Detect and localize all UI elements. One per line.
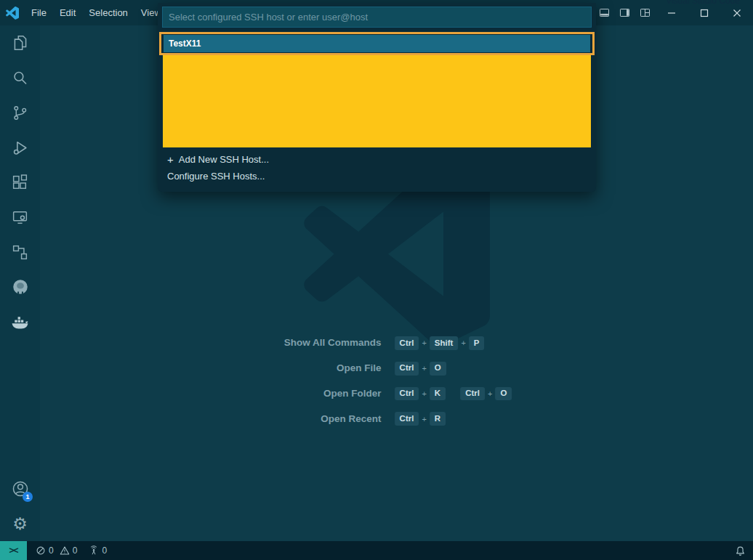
kbd-key: K <box>430 387 446 401</box>
quickpick-item-testx11[interactable]: TestX11 <box>164 35 590 52</box>
remote-glyph: >< <box>9 545 17 556</box>
menu-bar: File Edit Selection View <box>25 0 168 25</box>
kbd-key: Ctrl <box>395 387 419 401</box>
annotation-highlight-box: TestX11 <box>159 32 595 55</box>
port-count: 0 <box>102 545 107 556</box>
accounts-badge: 1 <box>23 492 33 502</box>
error-icon <box>36 545 46 556</box>
docker-icon[interactable] <box>0 304 40 339</box>
shortcut-row-open-file: Open File Ctrl + O <box>280 362 514 376</box>
activity-bar: 1 ⚙ <box>0 25 40 541</box>
shortcut-label: Open File <box>280 362 382 375</box>
kbd-key: Ctrl <box>395 412 419 426</box>
gear-glyph: ⚙ <box>12 516 28 532</box>
ports-indicator[interactable]: 0 <box>89 545 110 556</box>
quickpick-item-label: Add New SSH Host... <box>179 154 269 165</box>
warning-count: 0 <box>73 545 78 556</box>
activity-bar-bottom: 1 ⚙ <box>0 471 40 541</box>
quickpick-input[interactable] <box>162 7 592 28</box>
key-separator: + <box>422 415 426 423</box>
quickpick-item-label: Configure SSH Hosts... <box>167 171 265 182</box>
remote-indicator[interactable]: >< <box>0 541 27 560</box>
plus-icon: + <box>167 153 174 166</box>
kbd-key: O <box>430 362 446 376</box>
key-separator: + <box>461 338 465 347</box>
key-separator: + <box>488 389 492 398</box>
shortcut-keys: Ctrl + K Ctrl + O <box>393 387 514 401</box>
toggle-panel-icon[interactable] <box>594 0 614 25</box>
extensions-icon[interactable] <box>0 165 40 200</box>
quickpick-item-add-new-ssh-host[interactable]: + Add New SSH Host... <box>162 151 592 168</box>
quickpick-list: TestX11 + Add New SSH Host... Configure … <box>162 32 592 184</box>
settings-gear-icon[interactable]: ⚙ <box>0 506 40 541</box>
toggle-secondary-sidebar-icon[interactable] <box>614 0 635 25</box>
kbd-key: O <box>495 387 512 401</box>
shortcut-keys: Ctrl + R <box>393 412 448 426</box>
source-control-icon[interactable] <box>0 95 40 130</box>
customize-layout-icon[interactable] <box>635 0 655 25</box>
menu-edit[interactable]: Edit <box>53 0 82 25</box>
key-separator: + <box>422 338 426 347</box>
key-separator: + <box>422 364 426 373</box>
kbd-key: Ctrl <box>460 387 485 401</box>
remote-explorer-icon[interactable] <box>0 200 40 235</box>
shortcut-label: Open Recent <box>280 413 382 426</box>
quickpick-item-configure-ssh-hosts[interactable]: Configure SSH Hosts... <box>162 168 592 184</box>
problems-indicator[interactable]: 0 0 <box>36 545 80 556</box>
window-title-fragment: Visual Studio Code <box>666 0 740 6</box>
annotation-overlay <box>163 55 591 147</box>
warning-icon <box>60 545 70 556</box>
key-separator: + <box>422 389 426 398</box>
radio-tower-icon <box>89 545 99 556</box>
kbd-key: Ctrl <box>395 362 419 376</box>
hierarchy-icon[interactable] <box>0 235 40 269</box>
search-icon[interactable] <box>0 60 40 95</box>
menu-selection[interactable]: Selection <box>82 0 134 25</box>
menu-file[interactable]: File <box>25 0 53 25</box>
github-icon[interactable] <box>0 269 40 304</box>
accounts-icon[interactable]: 1 <box>0 471 40 506</box>
shortcut-row-open-recent: Open Recent Ctrl + R <box>280 412 514 426</box>
kbd-key: Ctrl <box>395 336 419 350</box>
shortcut-keys: Ctrl + O <box>393 362 448 376</box>
run-debug-icon[interactable] <box>0 130 40 165</box>
explorer-icon[interactable] <box>0 25 40 60</box>
vscode-logo-icon <box>0 7 25 20</box>
shortcut-row-open-folder: Open Folder Ctrl + K Ctrl + O <box>280 387 514 401</box>
shortcut-label: Show All Commands <box>280 336 382 349</box>
shortcut-keys: Ctrl + Shift + P <box>393 336 486 350</box>
kbd-key: R <box>430 412 446 426</box>
quickpick-item-label: TestX11 <box>169 38 201 49</box>
bell-icon[interactable] <box>735 545 746 556</box>
statusbar-right <box>735 545 746 556</box>
shortcut-row-show-all-commands: Show All Commands Ctrl + Shift + P <box>280 336 514 350</box>
kbd-key: P <box>469 336 485 350</box>
ssh-host-quickpick: TestX11 + Add New SSH Host... Configure … <box>158 3 596 192</box>
kbd-key: Shift <box>430 336 459 350</box>
status-bar: >< 0 0 0 <box>0 541 753 560</box>
watermark-shortcuts: Show All Commands Ctrl + Shift + P Open … <box>280 336 514 426</box>
error-count: 0 <box>49 545 54 556</box>
shortcut-label: Open Folder <box>280 387 382 400</box>
